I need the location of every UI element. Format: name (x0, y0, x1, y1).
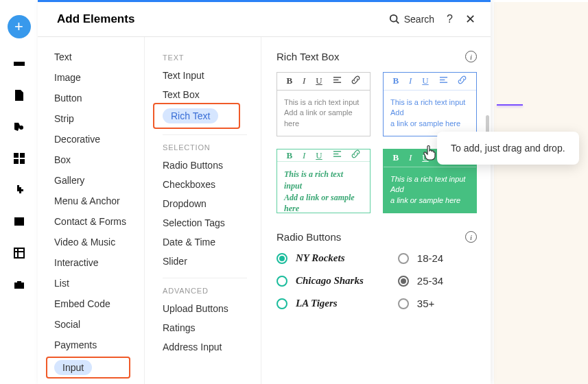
radio-label: Chicago Sharks (296, 275, 364, 287)
align-icon (439, 75, 448, 87)
add-elements-panel: Add Elements Search ? ✕ Text Image Butto… (38, 0, 491, 384)
underline-icon: U (316, 150, 322, 161)
radio-option[interactable]: NY Rockets (277, 252, 364, 264)
divider (163, 134, 247, 135)
icon-rail: + (0, 0, 38, 384)
category-list: Text Image Button Strip Decorative Box G… (38, 37, 145, 384)
category-list-cat[interactable]: List (38, 273, 144, 293)
sub-slider[interactable]: Slider (145, 252, 261, 271)
divider (163, 278, 247, 278)
category-button[interactable]: Button (38, 88, 144, 108)
category-strip[interactable]: Strip (38, 108, 144, 129)
sub-rich-text[interactable]: Rich Text (145, 104, 261, 128)
data-icon[interactable] (13, 247, 25, 259)
sub-text-input[interactable]: Text Input (145, 66, 261, 85)
sub-text-box[interactable]: Text Box (145, 85, 261, 104)
link-icon (351, 149, 360, 161)
business-icon[interactable] (13, 278, 25, 291)
radio-section-title: Radio Buttons (277, 231, 465, 243)
rich-text-preset-3[interactable]: B I U This is a rich text input Add a li… (277, 149, 371, 213)
category-interactive[interactable]: Interactive (38, 252, 144, 273)
sub-dropdown[interactable]: Dropdown (145, 194, 261, 213)
rich-toolbar: B I U (384, 73, 476, 91)
radio-option[interactable]: LA Tigers (277, 298, 364, 309)
radio-option[interactable]: 35+ (398, 298, 443, 309)
category-contact-forms[interactable]: Contact & Forms (38, 211, 144, 232)
radio-indicator (277, 298, 287, 309)
radio-option[interactable]: 18-24 (398, 252, 443, 264)
canvas-background (494, 2, 588, 384)
accent-divider (497, 104, 523, 106)
svg-rect-5 (14, 248, 24, 258)
category-input[interactable]: Input (38, 355, 144, 380)
radio-option[interactable]: 25-34 (398, 275, 443, 287)
category-menu-anchor[interactable]: Menu & Anchor (38, 191, 144, 211)
subcategory-list: TEXT Text Input Text Box Rich Text SELEC… (145, 37, 261, 384)
sub-ratings[interactable]: Ratings (145, 318, 261, 337)
category-text[interactable]: Text (38, 47, 144, 67)
rich-body: This is a rich text input Add a link or … (277, 162, 370, 221)
bold-icon: B (392, 75, 399, 86)
category-box[interactable]: Box (38, 149, 144, 170)
svg-rect-0 (14, 62, 25, 66)
svg-rect-1 (14, 153, 19, 158)
search-button[interactable]: Search (389, 14, 434, 25)
radio-indicator (277, 276, 287, 287)
radio-preset-teams[interactable]: NY Rockets Chicago Sharks LA Tigers (277, 252, 364, 309)
panel-title: Add Elements (57, 12, 389, 26)
tooltip-text: To add, just drag and drop. (451, 143, 565, 154)
apps-icon[interactable] (13, 152, 25, 165)
underline-icon: U (316, 75, 322, 86)
strip-icon[interactable] (13, 58, 25, 70)
category-payments[interactable]: Payments (38, 335, 144, 355)
sub-address-input[interactable]: Address Input (145, 337, 261, 357)
category-video-music[interactable]: Video & Music (38, 232, 144, 252)
page-icon[interactable] (13, 89, 25, 101)
rich-toolbar: B I U (277, 73, 370, 91)
sub-upload-buttons[interactable]: Upload Buttons (145, 299, 261, 318)
radio-label: 35+ (417, 298, 434, 309)
svg-rect-2 (20, 153, 25, 158)
sub-date-time[interactable]: Date & Time (145, 232, 261, 252)
info-icon[interactable]: i (465, 51, 477, 62)
link-icon (351, 75, 360, 87)
sub-selection-tags[interactable]: Selection Tags (145, 213, 261, 232)
category-social[interactable]: Social (38, 314, 144, 335)
panel-header: Add Elements Search ? ✕ (38, 2, 491, 37)
group-advanced-title: ADVANCED (145, 280, 261, 299)
search-label: Search (404, 14, 434, 25)
sub-radio-buttons[interactable]: Radio Buttons (145, 156, 261, 175)
rich-text-section-title: Rich Text Box (277, 51, 465, 62)
italic-icon: I (303, 75, 305, 86)
info-icon[interactable]: i (465, 231, 477, 243)
theme-icon[interactable] (13, 121, 25, 133)
addons-icon[interactable] (13, 184, 25, 196)
rich-body: This is a rich text input Add a link or … (384, 91, 476, 136)
close-button[interactable]: ✕ (465, 12, 475, 27)
radio-indicator (277, 253, 287, 264)
align-icon (333, 75, 342, 87)
radio-option[interactable]: Chicago Sharks (277, 275, 364, 287)
radio-preset-ages[interactable]: 18-24 25-34 35+ (398, 252, 443, 309)
category-embed-code[interactable]: Embed Code (38, 293, 144, 314)
sub-checkboxes[interactable]: Checkboxes (145, 175, 261, 194)
add-button[interactable]: + (8, 15, 31, 38)
align-icon (333, 149, 342, 161)
italic-icon: I (409, 152, 412, 163)
category-gallery[interactable]: Gallery (38, 170, 144, 191)
rich-text-preset-1[interactable]: B I U This is a rich text input Add a li… (277, 72, 371, 136)
media-icon[interactable] (13, 215, 25, 228)
category-image[interactable]: Image (38, 67, 144, 88)
preview-area: Rich Text Box i B I U This is a ric (261, 37, 491, 384)
radio-label: 25-34 (417, 275, 443, 287)
rich-text-preset-2[interactable]: B I U This is a rich text input Add a li… (383, 72, 477, 136)
rich-body: This is a rich text input Add a link or … (384, 167, 476, 213)
category-decorative[interactable]: Decorative (38, 129, 144, 149)
radio-label: LA Tigers (296, 298, 338, 309)
bold-icon: B (392, 152, 399, 163)
underline-icon: U (422, 75, 428, 86)
radio-label: 18-24 (417, 252, 443, 264)
help-button[interactable]: ? (447, 13, 453, 25)
group-selection-title: SELECTION (145, 136, 261, 156)
category-cms[interactable]: CMS (38, 380, 144, 384)
